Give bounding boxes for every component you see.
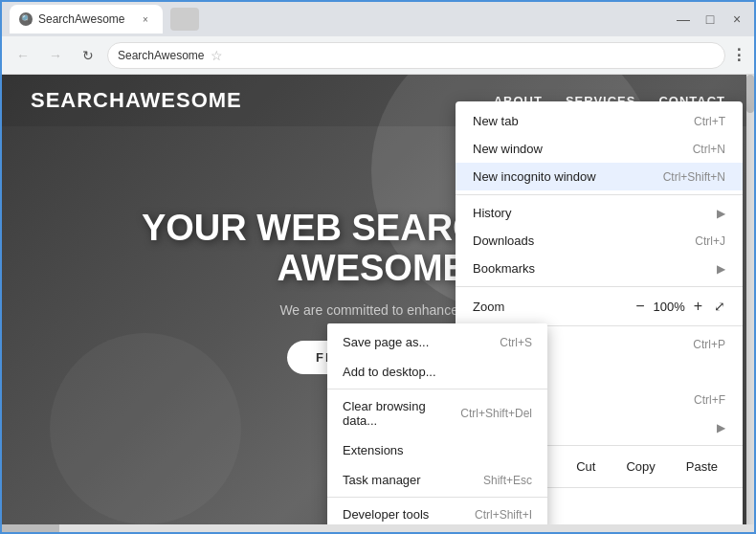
bookmark-icon[interactable]: ☆ bbox=[211, 48, 223, 63]
url-bar[interactable]: SearchAwesome ☆ bbox=[107, 42, 725, 69]
browser-window: 🔍 SearchAwesome × — □ × ← → ↻ SearchAwes… bbox=[0, 0, 756, 534]
bookmarks-label: Bookmarks bbox=[473, 261, 709, 276]
developer-tools-label: Developer tools bbox=[343, 507, 475, 522]
chrome-menu-button[interactable]: ⋮ bbox=[731, 46, 746, 64]
scrollbar-thumb[interactable] bbox=[746, 75, 754, 113]
menu-save-page[interactable]: Save page as... Ctrl+S bbox=[327, 327, 547, 357]
tab-close-button[interactable]: × bbox=[138, 11, 153, 27]
zoom-plus-button[interactable]: + bbox=[694, 298, 702, 315]
downloads-shortcut: Ctrl+J bbox=[695, 234, 725, 248]
horizontal-scrollbar-thumb[interactable] bbox=[2, 524, 59, 532]
downloads-label: Downloads bbox=[473, 234, 687, 248]
address-bar: ← → ↻ SearchAwesome ☆ ⋮ bbox=[2, 36, 754, 75]
tab-title: SearchAwesome bbox=[38, 12, 125, 26]
task-manager-label: Task manager bbox=[343, 473, 483, 487]
zoom-fullscreen-button[interactable]: ⤢ bbox=[714, 299, 725, 314]
maximize-button[interactable]: □ bbox=[700, 10, 720, 29]
bookmarks-arrow: ▶ bbox=[717, 262, 725, 276]
forward-button[interactable]: → bbox=[42, 42, 69, 69]
menu-developer-tools[interactable]: Developer tools Ctrl+Shift+I bbox=[327, 500, 547, 524]
zoom-minus-button[interactable]: − bbox=[635, 298, 644, 315]
site-logo: SEARCHAWESOME bbox=[31, 88, 242, 113]
clear-browsing-label: Clear browsing data... bbox=[343, 399, 460, 428]
add-desktop-label: Add to desktop... bbox=[343, 365, 532, 379]
vertical-scrollbar[interactable] bbox=[746, 75, 754, 524]
title-bar: 🔍 SearchAwesome × — □ × bbox=[2, 2, 754, 36]
menu-divider-2 bbox=[456, 286, 743, 287]
active-tab[interactable]: 🔍 SearchAwesome × bbox=[10, 5, 163, 33]
new-tab-label: New tab bbox=[473, 114, 686, 128]
history-arrow: ▶ bbox=[717, 207, 725, 220]
clear-browsing-shortcut: Ctrl+Shift+Del bbox=[460, 407, 532, 420]
menu-add-desktop[interactable]: Add to desktop... bbox=[327, 357, 547, 387]
menu-bookmarks[interactable]: Bookmarks ▶ bbox=[456, 255, 743, 282]
menu-divider-1 bbox=[456, 194, 743, 195]
history-label: History bbox=[473, 206, 709, 220]
save-page-shortcut: Ctrl+S bbox=[500, 336, 532, 349]
menu-task-manager[interactable]: Task manager Shift+Esc bbox=[327, 465, 547, 495]
developer-tools-shortcut: Ctrl+Shift+I bbox=[475, 508, 532, 522]
menu-zoom: Zoom − 100% + ⤢ bbox=[456, 291, 743, 322]
menu-new-incognito[interactable]: New incognito window Ctrl+Shift+N bbox=[456, 163, 743, 190]
menu-clear-browsing[interactable]: Clear browsing data... Ctrl+Shift+Del bbox=[327, 391, 547, 435]
menu-extensions[interactable]: Extensions bbox=[327, 435, 547, 465]
menu-new-tab[interactable]: New tab Ctrl+T bbox=[456, 107, 743, 135]
zoom-controls: − 100% + ⤢ bbox=[635, 298, 725, 315]
menu-new-window[interactable]: New window Ctrl+N bbox=[456, 135, 743, 163]
paste-button[interactable]: Paste bbox=[678, 456, 725, 478]
horizontal-scrollbar[interactable] bbox=[2, 524, 754, 532]
extensions-label: Extensions bbox=[343, 443, 532, 457]
page-context-menu: Save page as... Ctrl+S Add to desktop...… bbox=[327, 323, 547, 524]
copy-button[interactable]: Copy bbox=[618, 456, 662, 478]
new-incognito-shortcut: Ctrl+Shift+N bbox=[663, 170, 725, 184]
print-shortcut: Ctrl+P bbox=[693, 338, 725, 351]
refresh-button[interactable]: ↻ bbox=[75, 42, 101, 69]
back-button[interactable]: ← bbox=[10, 42, 36, 69]
context-divider bbox=[327, 389, 547, 389]
menu-downloads[interactable]: Downloads Ctrl+J bbox=[456, 227, 743, 255]
zoom-label: Zoom bbox=[473, 300, 628, 314]
context-divider-2 bbox=[327, 497, 547, 498]
save-page-label: Save page as... bbox=[343, 335, 500, 349]
edit-actions: Cut Copy Paste bbox=[568, 456, 725, 478]
menu-history[interactable]: History ▶ bbox=[456, 199, 743, 227]
new-tab-button[interactable] bbox=[170, 8, 199, 31]
minimize-button[interactable]: — bbox=[674, 10, 693, 29]
new-window-shortcut: Ctrl+N bbox=[693, 143, 725, 156]
find-shortcut: Ctrl+F bbox=[694, 393, 725, 407]
tab-favicon: 🔍 bbox=[19, 12, 33, 26]
zoom-value: 100% bbox=[653, 300, 686, 314]
more-tools-arrow: ▶ bbox=[717, 421, 725, 434]
new-window-label: New window bbox=[473, 142, 685, 156]
content-area: SEARCHAWESOME ABOUT SERVICES CONTACT YOU… bbox=[2, 75, 754, 524]
cut-button[interactable]: Cut bbox=[568, 456, 603, 478]
url-text: SearchAwesome bbox=[118, 49, 205, 62]
task-manager-shortcut: Shift+Esc bbox=[483, 474, 532, 487]
new-incognito-label: New incognito window bbox=[473, 169, 656, 184]
close-button[interactable]: × bbox=[727, 10, 746, 29]
window-controls: — □ × bbox=[674, 10, 746, 29]
new-tab-shortcut: Ctrl+T bbox=[694, 115, 725, 128]
